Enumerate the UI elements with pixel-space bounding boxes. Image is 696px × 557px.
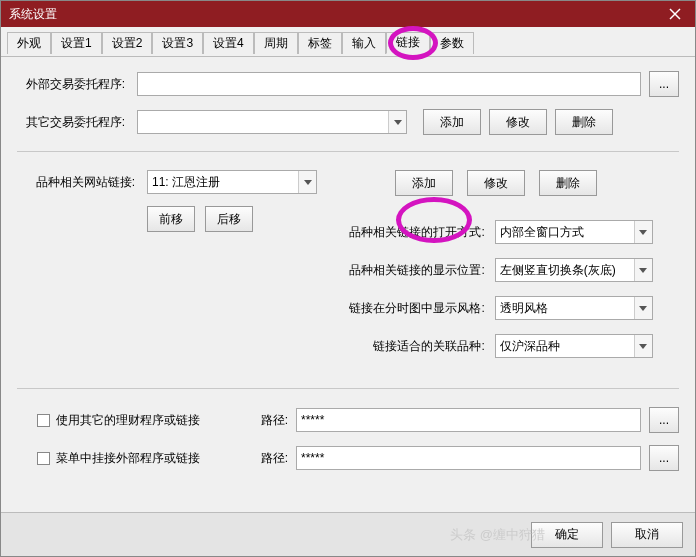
path-input-2[interactable]: [296, 446, 641, 470]
path-label-2: 路径:: [236, 450, 296, 467]
prev-button[interactable]: 前移: [147, 206, 195, 232]
next-button[interactable]: 后移: [205, 206, 253, 232]
tab-set1[interactable]: 设置1: [51, 32, 102, 54]
site-link-value: 11: 江恩注册: [148, 174, 298, 191]
display-pos-combo[interactable]: 左侧竖直切换条(灰底): [495, 258, 653, 282]
tab-label[interactable]: 标签: [298, 32, 342, 54]
close-button[interactable]: [655, 1, 695, 27]
divider-2: [17, 388, 679, 389]
tab-set3[interactable]: 设置3: [152, 32, 203, 54]
display-style-label: 链接在分时图中显示风格:: [335, 300, 495, 317]
ext-trade-label: 外部交易委托程序:: [17, 76, 137, 93]
cancel-button[interactable]: 取消: [611, 522, 683, 548]
use-other-label: 使用其它的理财程序或链接: [56, 412, 236, 429]
chevron-down-icon: [634, 259, 652, 281]
browse-button-3[interactable]: ...: [649, 445, 679, 471]
menu-link-label: 菜单中挂接外部程序或链接: [56, 450, 236, 467]
close-icon: [669, 8, 681, 20]
related-type-value: 仅沪深品种: [496, 338, 634, 355]
open-mode-value: 内部全窗口方式: [496, 224, 634, 241]
ext-trade-input[interactable]: [137, 72, 641, 96]
tab-content: 外部交易委托程序: ... 其它交易委托程序: 添加 修改 删除 品种相关网站链…: [1, 57, 695, 493]
tab-appearance[interactable]: 外观: [7, 32, 51, 54]
tab-set4[interactable]: 设置4: [203, 32, 254, 54]
divider-1: [17, 151, 679, 152]
modify-button-1[interactable]: 修改: [489, 109, 547, 135]
display-style-combo[interactable]: 透明风格: [495, 296, 653, 320]
site-link-combo[interactable]: 11: 江恩注册: [147, 170, 317, 194]
site-link-label: 品种相关网站链接:: [17, 174, 147, 191]
tab-bar: 外观 设置1 设置2 设置3 设置4 周期 标签 输入 链接 参数: [1, 27, 695, 57]
display-pos-value: 左侧竖直切换条(灰底): [496, 262, 634, 279]
tab-param[interactable]: 参数: [430, 32, 474, 54]
modify-button-2[interactable]: 修改: [467, 170, 525, 196]
chevron-down-icon: [634, 297, 652, 319]
related-type-combo[interactable]: 仅沪深品种: [495, 334, 653, 358]
delete-button-2[interactable]: 删除: [539, 170, 597, 196]
other-trade-label: 其它交易委托程序:: [17, 114, 137, 131]
other-trade-combo[interactable]: [137, 110, 407, 134]
add-button-1[interactable]: 添加: [423, 109, 481, 135]
browse-button-1[interactable]: ...: [649, 71, 679, 97]
path-label-1: 路径:: [236, 412, 296, 429]
use-other-checkbox[interactable]: [37, 414, 50, 427]
footer: 确定 取消: [1, 512, 695, 556]
titlebar: 系统设置: [1, 1, 695, 27]
tab-link[interactable]: 链接: [386, 32, 430, 54]
chevron-down-icon: [634, 335, 652, 357]
delete-button-1[interactable]: 删除: [555, 109, 613, 135]
window-title: 系统设置: [9, 6, 57, 23]
open-mode-label: 品种相关链接的打开方式:: [335, 224, 495, 241]
chevron-down-icon: [298, 171, 316, 193]
related-type-label: 链接适合的关联品种:: [335, 338, 495, 355]
chevron-down-icon: [634, 221, 652, 243]
open-mode-combo[interactable]: 内部全窗口方式: [495, 220, 653, 244]
tab-period[interactable]: 周期: [254, 32, 298, 54]
ok-button[interactable]: 确定: [531, 522, 603, 548]
display-style-value: 透明风格: [496, 300, 634, 317]
chevron-down-icon: [388, 111, 406, 133]
display-pos-label: 品种相关链接的显示位置:: [335, 262, 495, 279]
browse-button-2[interactable]: ...: [649, 407, 679, 433]
tab-set2[interactable]: 设置2: [102, 32, 153, 54]
tab-input[interactable]: 输入: [342, 32, 386, 54]
menu-link-checkbox[interactable]: [37, 452, 50, 465]
add-button-2[interactable]: 添加: [395, 170, 453, 196]
path-input-1[interactable]: [296, 408, 641, 432]
